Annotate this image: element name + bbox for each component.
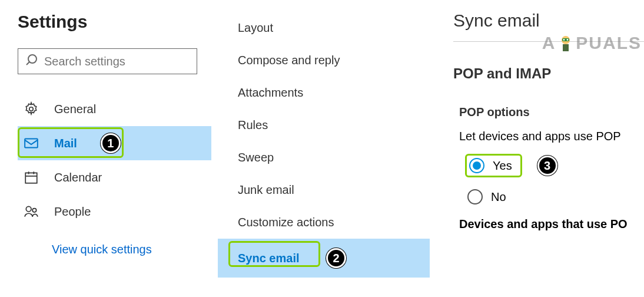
- pop-options-title: POP options: [459, 105, 644, 119]
- radio-circle-icon: [469, 158, 484, 173]
- gear-icon: [24, 101, 39, 117]
- annotation-badge-2: 2: [326, 248, 346, 268]
- subnav-item-label: Sync email: [238, 252, 300, 265]
- devices-apps-text: Devices and apps that use PO: [459, 217, 644, 231]
- sidebar-item-label: General: [54, 103, 96, 116]
- pop-description: Let devices and apps use POP: [459, 130, 644, 143]
- sidebar-item-people[interactable]: People: [18, 194, 211, 229]
- svg-point-16: [567, 39, 569, 41]
- page-title: Settings: [18, 12, 211, 32]
- sidebar-item-calendar[interactable]: Calendar: [18, 160, 211, 194]
- svg-point-0: [28, 55, 36, 63]
- radio-no[interactable]: No: [465, 187, 514, 207]
- search-icon: [24, 53, 44, 70]
- subnav-item-compose[interactable]: Compose and reply: [218, 44, 430, 77]
- subnav-item-attachments[interactable]: Attachments: [218, 77, 430, 109]
- svg-point-2: [29, 107, 34, 111]
- sidebar-item-mail[interactable]: Mail 1: [18, 126, 211, 160]
- mail-subnav: Layout Compose and reply Attachments Rul…: [218, 0, 430, 297]
- view-quick-settings-link[interactable]: View quick settings: [52, 243, 152, 256]
- svg-rect-4: [25, 173, 37, 183]
- radio-label: Yes: [493, 159, 512, 173]
- sidebar-item-label: People: [54, 205, 91, 219]
- people-icon: [24, 204, 39, 219]
- content-pane: Sync email A PUALS POP and IMAP POP opti…: [430, 0, 644, 297]
- watermark-logo: A PUALS: [542, 33, 642, 53]
- search-input[interactable]: [44, 55, 191, 68]
- radio-row-no: No: [465, 187, 644, 207]
- radio-row-yes: Yes 3: [465, 154, 644, 177]
- subnav-item-customize[interactable]: Customize actions: [218, 206, 430, 239]
- subnav-item-rules[interactable]: Rules: [218, 109, 430, 141]
- sidebar-item-label: Calendar: [54, 171, 102, 184]
- svg-rect-3: [25, 138, 38, 147]
- annotation-badge-3: 3: [537, 156, 557, 176]
- settings-sidebar: Settings General Mail 1 Calendar People …: [0, 0, 218, 297]
- section-pop-imap: POP and IMAP: [453, 65, 644, 82]
- calendar-icon: [24, 170, 39, 185]
- subnav-item-sync-email[interactable]: Sync email 2: [218, 239, 430, 278]
- sidebar-item-general[interactable]: General: [18, 92, 211, 126]
- radio-dot-icon: [473, 161, 481, 170]
- content-header: Sync email: [453, 11, 644, 31]
- radio-circle-icon: [467, 189, 483, 204]
- subnav-item-sweep[interactable]: Sweep: [218, 141, 430, 174]
- subnav-item-layout[interactable]: Layout: [218, 12, 430, 44]
- svg-point-12: [32, 209, 36, 213]
- radio-label: No: [491, 190, 506, 204]
- sidebar-item-label: Mail: [54, 137, 77, 150]
- watermark-mascot-icon: [557, 34, 575, 52]
- mail-icon: [24, 136, 39, 151]
- svg-point-11: [26, 206, 31, 212]
- subnav-item-junk[interactable]: Junk email: [218, 174, 430, 206]
- search-input-container[interactable]: [18, 48, 197, 74]
- radio-yes[interactable]: Yes: [465, 154, 522, 177]
- svg-point-15: [563, 39, 565, 41]
- svg-line-1: [26, 62, 29, 65]
